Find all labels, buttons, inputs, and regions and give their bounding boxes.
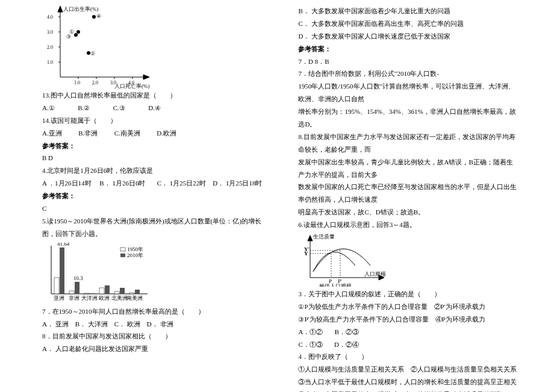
- legend-2010: 2010年: [127, 252, 143, 258]
- exp7-a: 7．结合图中所给数据，利用公式"2010年人口数-: [298, 67, 518, 80]
- q8: 8．目前发展中国家与发达国家相比（ ）: [42, 330, 262, 343]
- cat-na: 北美洲: [111, 295, 128, 301]
- q4-options: A ．1月26日14时 B． 1月26日6时 C． 1月25日22时 D． 1月…: [42, 177, 262, 190]
- exp7-c: 增长率分别为：195%、154%、34%、361%，非洲人口自然增长率最高，故选…: [298, 105, 518, 131]
- cat-europe: 欧洲: [99, 295, 110, 301]
- svg-text:Y': Y': [304, 246, 310, 252]
- q8-opt-a: A． 人口老龄化问题比发达国家严重: [42, 343, 262, 355]
- xtick-2: 2.0: [92, 80, 98, 86]
- pt-2: ②: [90, 51, 95, 57]
- page: 1.0 2.0 3.0 4.0 1.0 2.0 3.0 4.0 人口出生率(%)…: [0, 0, 554, 392]
- svg-point-14: [74, 33, 78, 37]
- cat-asia: 亚洲: [54, 295, 64, 301]
- svg-marker-1: [58, 6, 63, 12]
- ytick-1: 1.0: [47, 60, 53, 65]
- q4b: 4．图中反映了（ ）: [298, 350, 518, 363]
- right-column: B． 大多数发展中国家面临着少年儿童比重大的问题 C． 大多数发展中国家面临着高…: [286, 0, 554, 392]
- ylabel: 人口出生率(%): [63, 6, 99, 12]
- q8-opt-c: C． 大多数发展中国家面临着高出生率、高死亡率的问题: [298, 17, 518, 30]
- svg-point-15: [92, 15, 96, 19]
- svg-rect-31: [120, 288, 125, 294]
- svg-rect-33: [135, 290, 140, 294]
- exp7-b: 1950年人口数/1950年人口数"计算自然增长率，可以计算出亚洲、大洋洲、欧洲…: [298, 80, 518, 105]
- q4b-s2: ③当人口水平低于最佳人口规模时，人口的增长和生活质量的提高呈正相关: [298, 376, 518, 388]
- ans-13-14: B D: [42, 152, 262, 164]
- q14: 14.该国可能属于（ ）: [42, 114, 262, 127]
- q8-opt-d: D． 大多数发展中国家人口增长速度已低于发达国家: [298, 30, 518, 43]
- ref-label-2: 参考答案：: [42, 190, 262, 202]
- svg-point-12: [76, 30, 80, 34]
- scatter-chart: 1.0 2.0 3.0 4.0 1.0 2.0 3.0 4.0 人口出生率(%)…: [42, 5, 163, 89]
- q7: 7．在1950～2010年间人口自然增长率最高的是（ ）: [42, 305, 262, 318]
- left-column: 1.0 2.0 3.0 4.0 1.0 2.0 3.0 4.0 人口出生率(%)…: [0, 0, 286, 392]
- q13: 13.图中人口自然增长率最低的国家是（ ）: [42, 89, 262, 102]
- svg-rect-29: [105, 285, 110, 294]
- svg-rect-27: [90, 293, 95, 294]
- q4: 4.北京时间是1月26日6时，伦敦应该是: [42, 164, 262, 177]
- ytick-2: 2.0: [47, 45, 53, 50]
- ref-label-3: 参考答案：: [298, 43, 518, 55]
- exp8-d: 明显高于发达国家，故C、D错误；故选B。: [298, 206, 518, 219]
- svg-marker-3: [143, 75, 149, 79]
- q3: 3．关于图中人口规模的叙述，正确的是（ ）: [298, 288, 518, 300]
- ytick-4: 4.0: [47, 14, 53, 20]
- ans-4: C: [42, 202, 262, 215]
- svg-rect-21: [60, 247, 64, 294]
- bottom-label: 最佳人口规模: [319, 283, 352, 287]
- q3-opt-a: A．①② B．②③: [298, 326, 518, 338]
- svg-marker-35: [308, 235, 313, 241]
- svg-rect-32: [129, 293, 134, 294]
- ylabel3: 生活质量: [313, 234, 335, 240]
- pt-4: ④: [96, 13, 101, 19]
- exp8-b: 发展中国家出生率较高，青少年儿童比例较大，故A错误，B正确；随着生产力水平的提高…: [298, 156, 518, 181]
- svg-rect-24: [75, 282, 79, 294]
- q4b-s1: ①人口规模与生活质量呈正相关关系 ②人口规模与生活质量呈负相关关系: [298, 363, 518, 376]
- q14-options: A.亚洲 B.非洲 C.南美洲 D.欧洲: [42, 127, 262, 140]
- pt-3: ③: [66, 34, 71, 40]
- cat-sa: 南美洲: [126, 295, 143, 301]
- q3-s1: ①P为较低生产力水平条件下的人口合理容量 ②P'为环境承载力: [298, 300, 518, 313]
- svg-rect-19: [120, 254, 125, 257]
- exp8-a: 8.目前发展中国家生产力水平与发达国家还有一定差距，发达国家的平均寿命较长，老龄…: [298, 131, 518, 156]
- legend-1950: 1950年: [127, 246, 143, 252]
- q3-s2: ③P'为较高生产力水平条件下的人口合理容量 ④P为环境承载力: [298, 313, 518, 326]
- svg-rect-28: [99, 288, 104, 294]
- xlabel3: 人口规模: [364, 271, 386, 277]
- q8-opt-b: B． 大多数发展中国家面临着少年儿童比重大的问题: [298, 5, 518, 17]
- cat-oceania: 大洋洲: [81, 295, 98, 301]
- xlabel: 人口死亡率(%): [114, 83, 150, 89]
- ytick-3: 3.0: [47, 30, 53, 35]
- cat-africa: 非洲: [69, 295, 79, 301]
- svg-text:10.3: 10.3: [73, 275, 83, 281]
- svg-text:41.64: 41.64: [57, 243, 70, 247]
- q13-options: A.① B.② C.③ D.④: [42, 102, 262, 114]
- q6: 6.读最佳人口规模示意图，回答3～4题。: [298, 219, 518, 231]
- q5: 5.读1950～2010年世界各大洲(除南极洲外)或地区人口数量(单位：亿)的增…: [42, 215, 262, 240]
- svg-rect-26: [84, 293, 89, 294]
- quality-curve-chart: 生活质量 人口规模 Y Y' P P' 最佳人口规模: [298, 232, 388, 287]
- q4b-s3: ④当人口水平高于最佳人口规模时，人口的增长将导致生活质量的下降: [298, 388, 518, 392]
- svg-rect-18: [120, 247, 125, 251]
- ref-label-1: 参考答案：: [42, 140, 262, 152]
- svg-rect-23: [69, 291, 74, 294]
- xtick-1: 1.0: [74, 80, 80, 86]
- q7-options: A． 亚洲 B． 大洋洲 C． 欧洲 D． 非洲: [42, 318, 262, 331]
- bar-chart: 1950年 2010年 41.64 亚洲 10.3 非洲: [42, 243, 151, 303]
- q3-opt-c: C．①③ D．②④: [298, 338, 518, 351]
- svg-rect-30: [114, 291, 119, 294]
- svg-rect-20: [54, 278, 59, 294]
- exp8-c: 数发展中国家的人口死亡率已经降至与发达国家相当的水平，但是人口出生率仍然很高，人…: [298, 181, 518, 206]
- ans-78: 7．D 8．B: [298, 55, 518, 68]
